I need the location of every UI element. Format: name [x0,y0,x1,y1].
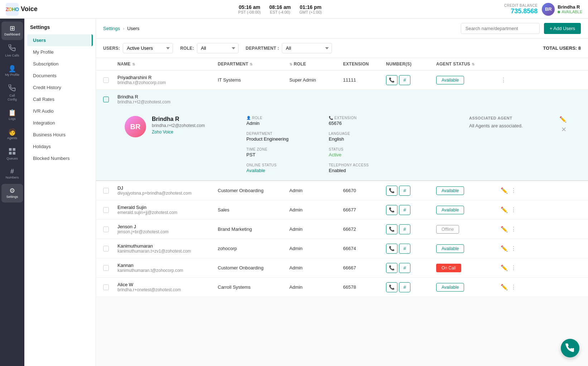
col-department[interactable]: DEPARTMENT ⇅ [218,62,289,67]
agent-status-cell: Available [436,188,501,193]
phone-button[interactable]: 📞 [386,282,397,292]
secondary-sidebar-item-documents[interactable]: Documents [27,70,93,82]
breadcrumb-settings[interactable]: Settings [103,26,120,31]
secondary-sidebar-item-credit-history[interactable]: Credit History [27,82,93,93]
phone-button[interactable]: 📞 [386,186,397,196]
agent-status-badge[interactable]: On Call [436,264,461,272]
search-input[interactable] [461,23,540,34]
table-row: Brindha R brindha.r+t2@zohotest.com [96,90,588,109]
detail-status: STATUS Active [329,147,400,157]
row-checkbox[interactable] [103,265,117,271]
secondary-sidebar-item-call-rates[interactable]: Call Rates [27,93,93,105]
zoho-voice-link[interactable]: Zoho Voice [152,130,205,135]
row-checkbox[interactable] [103,246,117,252]
edit-icon[interactable]: ✏️ [501,245,508,252]
edit-icon[interactable]: ✏️ [501,187,508,194]
user-name-cell: DJ divyajyotsna.p+brindha@zohotest.com [117,185,218,196]
live-calls-icon [9,44,16,53]
secondary-sidebar-item-ivr-audio[interactable]: IVR Audio [27,105,93,117]
filter-users-select[interactable]: Active Users All Users Inactive Users [123,43,173,53]
user-name-status: Brindha R AVAILABLE [558,4,582,14]
add-users-button[interactable]: + Add Users [544,23,581,34]
panel-close-icon[interactable]: ✕ [561,126,567,133]
agent-status-badge[interactable]: Available [436,76,464,84]
panel-edit-icon[interactable]: ✏️ [559,116,567,123]
more-options-icon[interactable]: ⋮ [511,245,516,252]
more-options-icon[interactable]: ⋮ [511,264,516,271]
clock-est: 08:16 am EST (-4:00) [269,4,291,14]
secondary-sidebar-item-business-hours[interactable]: Business Hours [27,129,93,141]
col-agent-status[interactable]: AGENT STATUS ⇅ [436,62,501,67]
float-call-button[interactable] [561,339,579,357]
hash-button[interactable]: # [399,282,410,292]
row-actions: ✏️ ⋮ [501,226,529,233]
secondary-sidebar-item-users[interactable]: Users [27,34,93,46]
agent-status-cell: Available [436,284,501,290]
secondary-sidebar-item-integration[interactable]: Integration [27,117,93,129]
users-table: NAME ⇅ DEPARTMENT ⇅ ⇅ ROLE EXTENSION NUM… [96,58,588,297]
sidebar-item-my-profile[interactable]: 👤 My Profile [1,62,23,80]
more-options-icon[interactable]: ⋮ [511,226,516,233]
row-actions: ✏️ ⋮ [501,206,529,213]
content-area: Settings › Users + Add Users USERS: Acti… [96,19,588,366]
table-row: Emerald Sujin emerald.sujin+jj@zohotest.… [96,200,588,220]
hash-button[interactable]: # [399,75,410,85]
sidebar-item-agents[interactable]: 🧑 Agents [1,125,23,144]
sidebar-item-queues[interactable]: Queues [1,145,23,164]
hash-button[interactable]: # [399,263,410,273]
sidebar-item-logs[interactable]: 📋 Logs [1,106,23,125]
sidebar-item-dashboard[interactable]: ⊞ Dashboard [1,21,23,40]
header: ZOHO Voice 05:16 am PST (-08:00) 08:16 a… [0,0,588,19]
more-options-icon[interactable]: ⋮ [511,206,516,213]
phone-button[interactable]: 📞 [386,263,397,273]
user-card: BR Brindha R brindha.r+t2@zohotest.com Z… [125,116,225,137]
row-checkbox[interactable] [103,97,117,102]
hash-button[interactable]: # [399,205,410,215]
sidebar-item-numbers[interactable]: # Numbers [1,165,23,183]
col-role[interactable]: ⇅ ROLE [289,62,343,67]
agent-status-badge[interactable]: Available [436,244,464,253]
phone-button[interactable]: 📞 [386,244,397,254]
edit-icon[interactable]: ✏️ [501,264,508,271]
edit-icon[interactable]: ✏️ [501,206,508,213]
agent-status-badge[interactable]: Offline [436,225,459,234]
sidebar-item-settings[interactable]: ⚙ Settings [1,184,23,202]
edit-icon[interactable]: ✏️ [501,226,508,233]
hash-button[interactable]: # [399,186,410,196]
sidebar-item-live-calls[interactable]: Live Calls [1,41,23,61]
more-options-icon[interactable]: ⋮ [501,77,506,83]
hash-button[interactable]: # [399,224,410,234]
more-options-icon[interactable]: ⋮ [511,187,516,194]
row-checkbox[interactable] [103,226,117,232]
filters-bar: USERS: Active Users All Users Inactive U… [96,39,588,58]
phone-button[interactable]: 📞 [386,224,397,234]
numbers-cell: 📞 # [386,244,436,254]
row-checkbox[interactable] [103,77,117,83]
row-checkbox[interactable] [103,207,117,213]
phone-button[interactable]: 📞 [386,205,397,215]
filter-dept-select[interactable]: All IT Systems Sales [282,43,332,53]
row-checkbox[interactable] [103,284,117,290]
edit-icon[interactable]: ✏️ [501,284,508,291]
secondary-sidebar-item-blocked-numbers[interactable]: Blocked Numbers [27,152,93,164]
secondary-sidebar-item-my-profile[interactable]: My Profile [27,46,93,58]
detail-language: LANGUAGE English [329,132,400,142]
phone-button[interactable]: 📞 [386,75,397,85]
agent-status-badge[interactable]: Available [436,283,464,292]
more-options-icon[interactable]: ⋮ [511,284,516,291]
row-checkbox[interactable] [103,188,117,194]
secondary-sidebar-item-subscription[interactable]: Subscription [27,58,93,70]
sidebar-item-call-config[interactable]: Call Config [1,81,23,105]
secondary-sidebar-item-holidays[interactable]: Holidays [27,141,93,152]
associated-agent: ASSOCIATED AGENT All Agents are associat… [469,116,541,128]
col-name[interactable]: NAME ⇅ [117,62,218,67]
call-config-icon [9,84,16,93]
svg-rect-1 [13,148,16,151]
col-checkbox [103,62,117,67]
agent-status-badge[interactable]: Available [436,186,464,195]
filter-role-select[interactable]: All Admin Super Admin [197,43,238,53]
detail-department: DEPARTMENT Product Engineering [246,132,318,142]
hash-button[interactable]: # [399,244,410,254]
agent-status-badge[interactable]: Available [436,206,464,214]
user-info[interactable]: BR Brindha R AVAILABLE [542,3,582,16]
